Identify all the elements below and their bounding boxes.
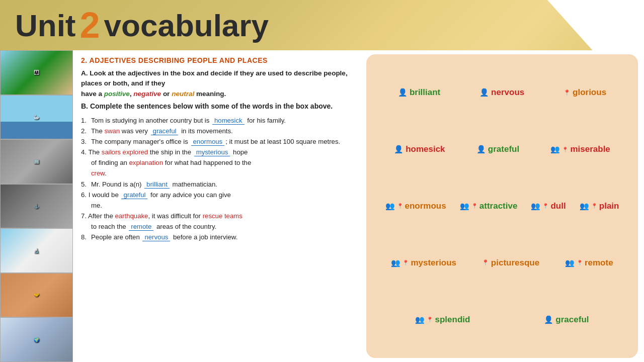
vocab-brilliant: 👤 brilliant (398, 87, 440, 98)
vocab-picturesque: 📍 picturesque (482, 258, 539, 268)
blank-nervous: nervous (142, 233, 170, 241)
unit-label: Unit (15, 8, 76, 43)
sidebar-image-1: 👨‍👩‍👧 (0, 50, 73, 95)
blank-graceful: graceful (151, 127, 179, 135)
sidebar-image-3: 🏢 (0, 139, 73, 184)
vocab-plain: 👥 📍 plain (580, 201, 619, 211)
page-title: Unit 2 vocabulary (15, 5, 269, 46)
both-icon-splendid: 👥 (415, 315, 425, 324)
person-icon-grateful: 👤 (476, 145, 486, 154)
sentence-4: 4. The sailors explored the ship in the … (81, 147, 354, 178)
vocab-glorious: 📍 glorious (564, 87, 606, 98)
place-icon-remote: 📍 (577, 260, 583, 265)
neutral-label: neutral (172, 90, 194, 98)
sentence-5: 5. Mr. Pound is a(n) brilliant mathemati… (81, 179, 354, 190)
sentence-1: 1. Tom is studying in another country bu… (81, 115, 354, 126)
sentence-3: 3. The company manager's office is enorm… (81, 136, 354, 147)
vocab-remote: 👥 📍 remote (565, 258, 613, 268)
both-icon-miserable: 👥 (550, 145, 560, 154)
section-title: 2. ADJECTIVES DESCRIBING PEOPLE AND PLAC… (81, 56, 354, 64)
place-icon-miserable: 📍 (562, 147, 568, 152)
vocab-attractive: 👥 📍 attractive (460, 201, 518, 211)
main-content: 👨‍👩‍👧 🦢 🏢 ⚓ 🔬 🤝 🌍 2. ADJECTIVES DESCRIBI… (0, 50, 644, 362)
place-icon-picturesque: 📍 (482, 259, 489, 266)
vocab-row-4: 👥 📍 mysterious 📍 picturesque 👥 📍 remote (378, 258, 626, 268)
instruction-a-suffix: have a (81, 90, 102, 98)
both-icon-dull: 👥 (531, 202, 540, 211)
vocab-enormous: 👥 📍 enormous (385, 201, 446, 211)
person-icon-brilliant: 👤 (398, 88, 408, 97)
sentences-container: 1. Tom is studying in another country bu… (81, 115, 354, 243)
instruction-a-prefix: A. Look at the adjectives in the box and… (81, 69, 348, 87)
negative-label: negative (133, 90, 161, 98)
instruction-a-end: meaning. (196, 90, 226, 98)
vocab-row-1: 👤 brilliant 👤 nervous 📍 glorious (378, 87, 626, 98)
vocab-label: vocabulary (104, 8, 269, 43)
sidebar-image-7: 🌍 (0, 317, 73, 362)
blank-mysterious: mysterious (194, 148, 230, 156)
both-icon-remote: 👥 (565, 258, 575, 267)
vocab-splendid: 👥 📍 splendid (415, 315, 470, 325)
vocab-row-2: 👤 homesick 👤 grateful 👥 📍 miserable (378, 144, 626, 154)
vocab-grateful: 👤 grateful (476, 144, 519, 154)
vocab-row-3: 👥 📍 enormous 👥 📍 attractive 👥 📍 dull 👥 📍… (378, 201, 626, 211)
image-sidebar: 👨‍👩‍👧 🦢 🏢 ⚓ 🔬 🤝 🌍 (0, 50, 73, 362)
sidebar-image-5: 🔬 (0, 228, 73, 273)
place-icon-dull: 📍 (542, 203, 548, 209)
both-icon-enormous: 👥 (385, 202, 395, 211)
person-icon-nervous: 👤 (479, 88, 489, 97)
sidebar-image-2: 🦢 (0, 95, 73, 140)
both-icon-attractive: 👥 (460, 202, 469, 211)
sidebar-image-4: ⚓ (0, 184, 73, 229)
blank-homesick: homesick (212, 117, 245, 125)
vocab-row-5: 👥 📍 splendid 👤 graceful (378, 315, 626, 325)
vocab-miserable: 👥 📍 miserable (550, 144, 610, 154)
place-icon-mysterious: 📍 (403, 260, 409, 265)
vocab-mysterious: 👥 📍 mysterious (391, 258, 456, 268)
blank-enormous: enormous (191, 138, 225, 146)
person-icon-homesick: 👤 (394, 145, 404, 154)
person-icon-graceful: 👤 (544, 315, 553, 324)
text-content: 2. ADJECTIVES DESCRIBING PEOPLE AND PLAC… (73, 50, 362, 362)
vocab-nervous: 👤 nervous (479, 87, 524, 98)
place-icon-attractive: 📍 (471, 203, 477, 209)
place-icon-splendid: 📍 (427, 317, 433, 322)
blank-brilliant: brilliant (144, 180, 170, 189)
vocab-graceful: 👤 graceful (544, 315, 589, 325)
both-icon-plain: 👥 (580, 202, 589, 211)
sentence-6: 6. I would be grateful for any advice yo… (81, 190, 354, 211)
both-icon-mysterious: 👥 (391, 258, 400, 267)
sentence-7: 7. After the earthquake, it was difficul… (81, 211, 354, 232)
sentence-8: 8. People are often nervous before a job… (81, 232, 354, 242)
blank-grateful: grateful (121, 191, 147, 199)
vocab-dull: 👥 📍 dull (531, 201, 566, 211)
blank-remote: remote (129, 223, 153, 231)
place-icon-plain: 📍 (591, 203, 597, 209)
place-icon-enormous: 📍 (397, 203, 403, 209)
sidebar-image-6: 🤝 (0, 273, 73, 318)
instruction-a: A. Look at the adjectives in the box and… (81, 68, 354, 99)
sentence-2: 2. The swan was very graceful in its mov… (81, 126, 354, 136)
page-header: Unit 2 vocabulary (0, 0, 644, 50)
positive-label: positive (104, 90, 130, 98)
place-icon-glorious: 📍 (564, 89, 571, 96)
vocabulary-box: 👤 brilliant 👤 nervous 📍 glorious 👤 homes… (366, 54, 638, 358)
unit-number: 2 (80, 5, 100, 46)
vocab-homesick: 👤 homesick (394, 144, 445, 154)
instruction-b: B. Complete the sentences below with som… (81, 102, 354, 110)
